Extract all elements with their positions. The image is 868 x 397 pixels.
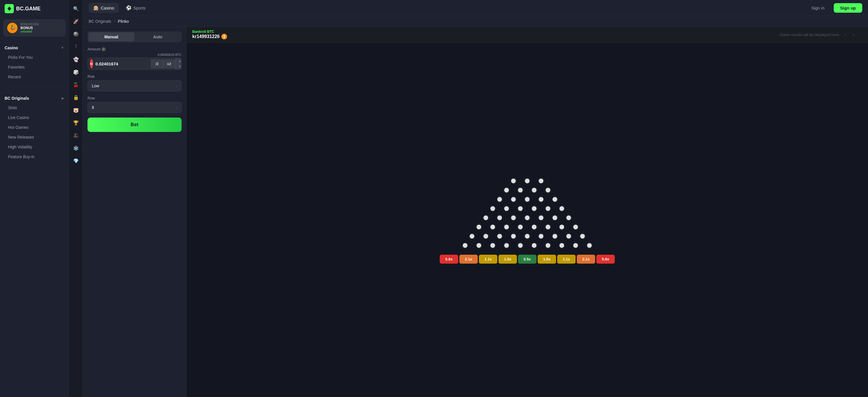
peg bbox=[566, 216, 571, 220]
rocket-icon[interactable]: 🚀 bbox=[71, 16, 81, 27]
double-button[interactable]: x2 bbox=[163, 59, 175, 68]
snowflake-icon[interactable]: ❄️ bbox=[71, 143, 81, 153]
topnav: 🎰 Casino ⚽ Sports Sign in Sign up bbox=[83, 0, 868, 16]
peg bbox=[511, 197, 516, 202]
risk-select[interactable]: Low › bbox=[88, 80, 182, 91]
scroll-right-icon[interactable]: › bbox=[850, 31, 857, 38]
peg bbox=[559, 206, 564, 211]
sidebar: BC.GAME 🦆 BONUSCODE BONUS unlocked Casin… bbox=[0, 0, 69, 397]
peg bbox=[484, 234, 488, 238]
seven-icon[interactable]: 7 bbox=[71, 41, 81, 52]
logo-text: BC.GAME bbox=[16, 6, 40, 12]
new-releases-label: New Releases bbox=[8, 135, 34, 139]
bankroll-amount-value: kr149931226 bbox=[192, 34, 220, 39]
peg bbox=[580, 234, 585, 238]
sidebar-item-high-volatility[interactable]: High Volatility bbox=[5, 142, 64, 152]
ball-icon[interactable]: 🎱 bbox=[71, 29, 81, 39]
peg bbox=[518, 225, 523, 229]
bankroll-info: Bankroll BTC kr149931226 ₿ bbox=[192, 30, 244, 39]
peg bbox=[497, 197, 502, 202]
peg bbox=[553, 197, 557, 202]
sidebar-item-picks-for-you[interactable]: Picks For You bbox=[5, 52, 64, 62]
sidebar-item-slots[interactable]: Slots bbox=[5, 103, 64, 113]
picks-label: Picks For You bbox=[8, 55, 33, 60]
casino-label: Casino bbox=[5, 46, 18, 50]
icon-rail: 🔍 🚀 🎱 7 👻 🎲 🍒 🔒 🐷 🏆 🎩 ❄️ 💎 bbox=[69, 0, 83, 397]
bonus-duck-icon: 🦆 bbox=[7, 23, 18, 33]
multiplier-slot-5: 0.5x bbox=[518, 255, 536, 264]
amount-input[interactable] bbox=[95, 59, 151, 68]
ghost-icon[interactable]: 👻 bbox=[71, 54, 81, 64]
bonus-banner[interactable]: 🦆 BONUSCODE BONUS unlocked bbox=[3, 20, 65, 36]
sidebar-item-hot-games[interactable]: Hot Games bbox=[5, 122, 64, 132]
cup-icon[interactable]: 🏆 bbox=[71, 117, 81, 128]
bonus-unlocked: unlocked bbox=[21, 30, 39, 33]
game-canvas: Bankroll BTC kr149931226 ₿ Game results … bbox=[186, 27, 868, 397]
dice-icon[interactable]: 🎲 bbox=[71, 67, 81, 77]
signup-button[interactable]: Sign up bbox=[834, 3, 862, 13]
peg bbox=[504, 188, 509, 193]
row-chevron-icon: › bbox=[176, 105, 177, 110]
sidebar-item-favorites[interactable]: Favorites bbox=[5, 62, 64, 72]
bankroll-amount-row: kr149931226 ₿ bbox=[192, 34, 244, 39]
peg bbox=[539, 216, 544, 220]
multiplier-slot-2: 2.1x bbox=[459, 255, 478, 264]
peg bbox=[559, 225, 564, 229]
casino-chevron-icon: ▼ bbox=[61, 46, 64, 50]
sidebar-item-recent[interactable]: Recent bbox=[5, 72, 64, 82]
peg bbox=[532, 188, 536, 193]
sports-tab-icon: ⚽ bbox=[126, 5, 131, 11]
peg-row-5 bbox=[479, 216, 576, 220]
peg bbox=[539, 234, 544, 238]
live-casino-label: Live Casino bbox=[8, 115, 29, 120]
bc-originals-chevron-icon: ▶ bbox=[62, 96, 64, 100]
sidebar-item-live-casino[interactable]: Live Casino bbox=[5, 113, 64, 122]
casino-tab[interactable]: 🎰 Casino bbox=[89, 3, 119, 13]
row-label: Row bbox=[88, 96, 182, 100]
controls-panel: Manual Auto Amount i 0.00000010 BTC kr /… bbox=[83, 27, 186, 397]
auto-tab[interactable]: Auto bbox=[135, 32, 181, 41]
peg bbox=[587, 243, 592, 248]
peg-row-4 bbox=[486, 206, 569, 211]
bet-button[interactable]: Bet bbox=[88, 117, 182, 132]
peg bbox=[476, 243, 481, 248]
casino-tab-label: Casino bbox=[101, 5, 114, 10]
peg bbox=[525, 216, 530, 220]
peg bbox=[504, 243, 509, 248]
search-icon[interactable]: 🔍 bbox=[71, 3, 81, 14]
amount-up-arrow[interactable]: ▲ bbox=[176, 58, 182, 64]
peg bbox=[532, 243, 536, 248]
amount-down-arrow[interactable]: ▼ bbox=[176, 64, 182, 69]
manual-tab[interactable]: Manual bbox=[88, 32, 134, 41]
bc-originals-section: BC Originals ▶ Slots Live Casino Hot Gam… bbox=[0, 89, 69, 164]
peg bbox=[532, 225, 536, 229]
hat-icon[interactable]: 🎩 bbox=[71, 130, 81, 141]
bc-originals-label: BC Originals bbox=[5, 96, 29, 101]
breadcrumb-parent[interactable]: BC Originals bbox=[89, 19, 112, 24]
scroll-left-icon[interactable]: ‹ bbox=[842, 31, 848, 38]
multiplier-slot-6: 1.0x bbox=[537, 255, 556, 264]
cherry-icon[interactable]: 🍒 bbox=[71, 80, 81, 90]
row-select[interactable]: 8 › bbox=[88, 102, 182, 113]
peg bbox=[553, 216, 557, 220]
casino-section-toggle[interactable]: Casino ▼ bbox=[5, 43, 64, 52]
sidebar-item-new-releases[interactable]: New Releases bbox=[5, 132, 64, 142]
signin-button[interactable]: Sign in bbox=[806, 3, 830, 13]
peg bbox=[497, 216, 502, 220]
half-button[interactable]: /2 bbox=[151, 59, 163, 68]
btc-coin-icon: ₿ bbox=[221, 34, 227, 39]
bc-originals-toggle[interactable]: BC Originals ▶ bbox=[5, 94, 64, 103]
multiplier-slot-4: 1.0x bbox=[498, 255, 517, 264]
peg bbox=[518, 206, 523, 211]
sidebar-item-feature-buy-in[interactable]: Feature Buy-in bbox=[5, 152, 64, 162]
bonus-code-label: BONUSCODE bbox=[21, 23, 39, 26]
peg bbox=[546, 188, 550, 193]
logo-area: BC.GAME bbox=[0, 0, 69, 17]
diamond-icon[interactable]: 💎 bbox=[71, 155, 81, 166]
peg bbox=[573, 225, 578, 229]
amount-info-icon[interactable]: i bbox=[102, 47, 105, 51]
high-volatility-label: High Volatility bbox=[8, 145, 32, 149]
pig-icon[interactable]: 🐷 bbox=[71, 105, 81, 115]
lock-icon[interactable]: 🔒 bbox=[71, 92, 81, 103]
sports-tab[interactable]: ⚽ Sports bbox=[121, 3, 150, 13]
